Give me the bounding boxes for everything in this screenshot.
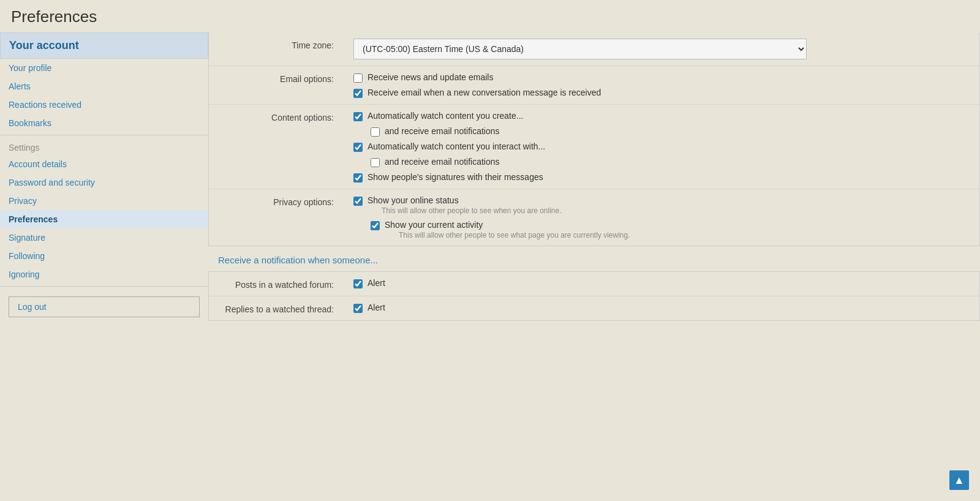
- notification-panel: Posts in a watched forum: Alert Replies …: [208, 272, 980, 321]
- email-options-value-cell: Receive news and update emails Receive e…: [344, 66, 979, 105]
- replies-watched-thread-value-cell: Alert: [344, 296, 979, 321]
- privacy-checkbox2-row: Show your current activity This will all…: [371, 220, 970, 239]
- sidebar-divider-2: [0, 286, 208, 287]
- content-options-row: Content options: Automatically watch con…: [209, 105, 979, 189]
- preferences-panel: Time zone: (UTC-05:00) Eastern Time (US …: [208, 32, 980, 246]
- content-checkbox5[interactable]: [353, 173, 363, 183]
- notification-section-header[interactable]: Receive a notification when someone...: [208, 246, 980, 272]
- notification-form: Posts in a watched forum: Alert Replies …: [209, 272, 979, 320]
- sidebar-item-preferences[interactable]: Preferences: [0, 210, 208, 228]
- content-checkbox2-row: and receive email notifications: [371, 126, 970, 137]
- sidebar: Your account Your profile Alerts Reactio…: [0, 32, 208, 325]
- content-checkbox4-row: and receive email notifications: [371, 157, 970, 167]
- sidebar-item-your-profile[interactable]: Your profile: [0, 59, 208, 77]
- page-title: Preferences: [0, 0, 980, 32]
- content-checkbox5-row: Show people's signatures with their mess…: [353, 172, 970, 183]
- email-checkbox1-row: Receive news and update emails: [353, 72, 970, 83]
- sidebar-settings-header: Settings: [0, 138, 208, 155]
- content-checkbox2-label: and receive email notifications: [385, 126, 500, 136]
- preferences-form: Time zone: (UTC-05:00) Eastern Time (US …: [209, 32, 979, 246]
- replies-watched-thread-alert-row: Alert: [353, 303, 970, 313]
- replies-watched-thread-label: Replies to a watched thread:: [209, 296, 344, 321]
- content-checkbox1-label: Automatically watch content you create..…: [368, 111, 523, 121]
- email-options-label: Email options:: [209, 66, 344, 105]
- privacy-options-value-cell: Show your online status This will allow …: [344, 189, 979, 246]
- timezone-row: Time zone: (UTC-05:00) Eastern Time (US …: [209, 32, 979, 66]
- content-options-label: Content options:: [209, 105, 344, 189]
- timezone-value-cell: (UTC-05:00) Eastern Time (US & Canada)(U…: [344, 32, 979, 66]
- timezone-select[interactable]: (UTC-05:00) Eastern Time (US & Canada)(U…: [353, 39, 807, 59]
- replies-watched-thread-row: Replies to a watched thread: Alert: [209, 296, 979, 321]
- content-checkbox3-label: Automatically watch content you interact…: [368, 141, 545, 151]
- privacy-checkbox2-subtext: This will allow other people to see what…: [399, 231, 630, 239]
- posts-watched-forum-alert-label: Alert: [368, 278, 385, 288]
- main-content: Time zone: (UTC-05:00) Eastern Time (US …: [208, 32, 980, 325]
- privacy-options-label: Privacy options:: [209, 189, 344, 246]
- sidebar-item-account-details[interactable]: Account details: [0, 155, 208, 173]
- posts-watched-forum-value-cell: Alert: [344, 272, 979, 296]
- posts-watched-forum-label: Posts in a watched forum:: [209, 272, 344, 296]
- content-checkbox1[interactable]: [353, 112, 363, 121]
- privacy-checkbox2[interactable]: [371, 221, 380, 230]
- content-checkbox1-row: Automatically watch content you create..…: [353, 111, 970, 121]
- privacy-checkbox1-row: Show your online status This will allow …: [353, 195, 970, 215]
- privacy-checkbox1-subtext: This will allow other people to see when…: [382, 206, 562, 215]
- email-checkbox2-row: Receive email when a new conversation me…: [353, 88, 970, 98]
- email-options-row: Email options: Receive news and update e…: [209, 66, 979, 105]
- email-checkbox2[interactable]: [353, 89, 363, 98]
- sidebar-item-signature[interactable]: Signature: [0, 228, 208, 247]
- sidebar-item-following[interactable]: Following: [0, 247, 208, 265]
- sidebar-item-password-security[interactable]: Password and security: [0, 173, 208, 192]
- sidebar-item-bookmarks[interactable]: Bookmarks: [0, 114, 208, 132]
- sidebar-item-reactions-received[interactable]: Reactions received: [0, 96, 208, 114]
- email-checkbox1[interactable]: [353, 73, 363, 83]
- posts-watched-forum-row: Posts in a watched forum: Alert: [209, 272, 979, 296]
- sidebar-item-privacy[interactable]: Privacy: [0, 192, 208, 210]
- content-checkbox4[interactable]: [371, 158, 380, 167]
- sidebar-your-account-header: Your account: [0, 32, 208, 59]
- privacy-checkbox2-label: Show your current activity: [385, 220, 483, 230]
- sidebar-divider-1: [0, 135, 208, 135]
- replies-watched-thread-alert-checkbox[interactable]: [353, 304, 363, 313]
- content-options-value-cell: Automatically watch content you create..…: [344, 105, 979, 189]
- privacy-checkbox1-label: Show your online status: [368, 195, 459, 205]
- content-checkbox3[interactable]: [353, 143, 363, 152]
- posts-watched-forum-alert-row: Alert: [353, 278, 970, 288]
- email-checkbox2-label: Receive email when a new conversation me…: [368, 88, 601, 97]
- content-checkbox5-label: Show people's signatures with their mess…: [368, 172, 543, 182]
- logout-button[interactable]: Log out: [9, 296, 200, 317]
- privacy-checkbox1[interactable]: [353, 197, 363, 206]
- privacy-options-row: Privacy options: Show your online status…: [209, 189, 979, 246]
- posts-watched-forum-alert-checkbox[interactable]: [353, 279, 363, 288]
- sidebar-item-alerts[interactable]: Alerts: [0, 77, 208, 96]
- replies-watched-thread-alert-label: Alert: [368, 303, 385, 312]
- sidebar-item-ignoring[interactable]: Ignoring: [0, 265, 208, 284]
- email-checkbox1-label: Receive news and update emails: [368, 72, 493, 82]
- content-checkbox4-label: and receive email notifications: [385, 157, 500, 167]
- timezone-label: Time zone:: [209, 32, 344, 66]
- content-checkbox2[interactable]: [371, 127, 380, 137]
- content-checkbox3-row: Automatically watch content you interact…: [353, 141, 970, 152]
